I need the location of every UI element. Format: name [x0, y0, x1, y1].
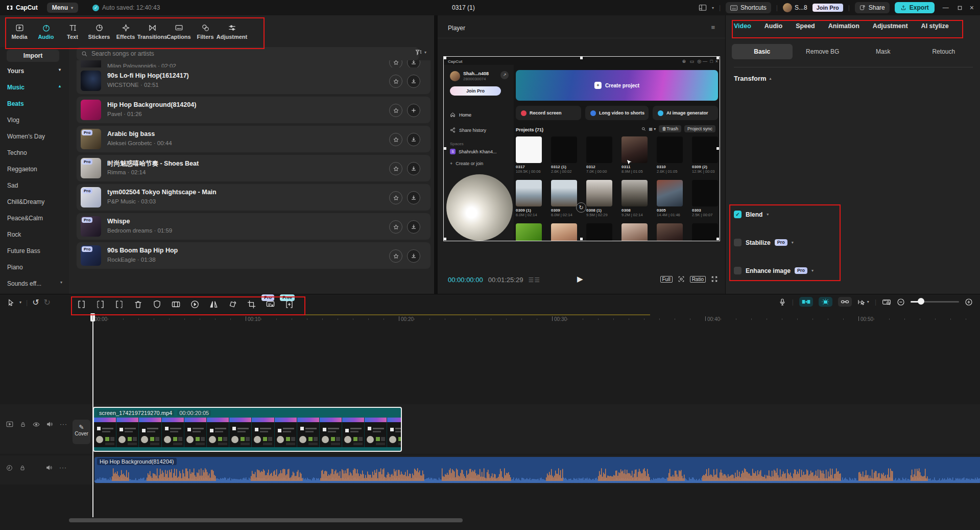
- project-thumbnail[interactable]: [622, 180, 648, 206]
- selection-handle[interactable]: [716, 147, 719, 150]
- project-thumbnail[interactable]: [551, 180, 577, 206]
- export-button[interactable]: Export: [895, 2, 935, 13]
- project-thumbnail[interactable]: [516, 136, 542, 163]
- project-thumbnail[interactable]: [516, 223, 542, 241]
- video-mute-icon[interactable]: [46, 421, 53, 427]
- close-button[interactable]: ×: [968, 4, 976, 12]
- mini-project-item[interactable]: 0309 (2)12.9K | 00:03: [692, 136, 718, 174]
- full-button[interactable]: Full: [660, 276, 673, 283]
- project-thumbnail[interactable]: [551, 136, 577, 163]
- mini-project-item[interactable]: [586, 223, 612, 241]
- mini-project-item[interactable]: 03102.6K | 01:05: [657, 136, 683, 174]
- enhance-expand-icon[interactable]: ▾: [811, 268, 814, 273]
- maximize-button[interactable]: [957, 5, 963, 11]
- mini-space-item[interactable]: S Shahrukh Khan4...: [450, 149, 497, 154]
- selection-handle[interactable]: [716, 57, 719, 59]
- favorite-star-icon[interactable]: [389, 133, 402, 146]
- mini-project-item[interactable]: 0309 (1)6.0M | 02:14: [516, 180, 542, 217]
- video-lock-icon[interactable]: [20, 421, 26, 428]
- avatar[interactable]: [783, 3, 792, 12]
- mini-project-item[interactable]: 0308 (1)9.5M | 02:29: [586, 180, 612, 217]
- music-list-item[interactable]: Pro时尚魅惑嘻哈节奏 - Shoes BeatRimma · 02:14: [77, 155, 431, 181]
- inspector-tab-adjustment[interactable]: Adjustment: [873, 22, 908, 30]
- media-tab-audio[interactable]: Audio: [33, 24, 59, 40]
- mini-project-item[interactable]: 03089.2M | 02:14: [622, 180, 648, 217]
- timeline-ruler[interactable]: 00:0000:1000:2000:3000:4000:50: [0, 314, 980, 327]
- mini-project-item[interactable]: [551, 223, 577, 241]
- selection-handle[interactable]: [716, 238, 719, 240]
- timecode-list-icon[interactable]: ☰☰: [528, 276, 540, 284]
- inspector-subtab-mask[interactable]: Mask: [853, 44, 914, 59]
- project-thumbnail[interactable]: [586, 136, 612, 163]
- music-list-item[interactable]: ProWhispeBedroom dreams · 01:59: [77, 213, 431, 240]
- mini-share-history-item[interactable]: Share history: [450, 127, 486, 133]
- music-list-item[interactable]: ProArabic big bassAleksei Gorobetc · 00:…: [77, 126, 431, 152]
- download-icon[interactable]: [407, 220, 420, 234]
- snapshot-button[interactable]: [678, 275, 685, 283]
- crop-tool[interactable]: [246, 297, 257, 311]
- play-button[interactable]: ▶: [577, 274, 583, 284]
- filter-control[interactable]: ▾: [415, 49, 426, 56]
- transform-section-header[interactable]: Transform ▴: [734, 75, 772, 82]
- selection-handle[interactable]: [444, 238, 446, 240]
- enhance-checkbox[interactable]: [734, 267, 742, 274]
- join-pro-button[interactable]: Join Pro: [812, 4, 843, 12]
- audio-track-more-icon[interactable]: ···: [59, 464, 67, 471]
- link-clips-toggle[interactable]: [838, 297, 852, 307]
- minimize-button[interactable]: —: [940, 4, 952, 11]
- magnetic-snap-toggle[interactable]: [819, 297, 832, 307]
- inspector-subtab-basic[interactable]: Basic: [732, 44, 793, 59]
- download-icon[interactable]: [407, 191, 420, 204]
- preview-viewport[interactable]: CapCut ⊕ ▭ ◎ — □ × Shah...n408 280003007…: [443, 56, 720, 241]
- timeline-zoom-handle[interactable]: [918, 298, 924, 305]
- mini-trash-button[interactable]: 🗑Trash: [659, 125, 681, 132]
- mini-create-join-item[interactable]: + Create or join: [450, 161, 483, 166]
- mini-join-pro-button[interactable]: Join Pro: [450, 86, 501, 96]
- inspector-tab-video[interactable]: Video: [734, 22, 751, 30]
- menu-button[interactable]: Menu▾: [47, 3, 78, 13]
- project-thumbnail[interactable]: [692, 136, 718, 163]
- mask-tool[interactable]: [151, 297, 162, 311]
- mini-long-video-button[interactable]: Long video to shorts: [585, 106, 649, 120]
- media-tab-media[interactable]: Media: [6, 24, 33, 40]
- download-icon[interactable]: [407, 133, 420, 146]
- project-thumbnail[interactable]: [586, 223, 612, 241]
- enhance-section[interactable]: Enhance image Pro ▾: [734, 267, 814, 274]
- blend-section[interactable]: ✓ Blend ▾: [734, 211, 769, 218]
- mini-project-item[interactable]: [657, 223, 683, 241]
- layout-chevron-icon[interactable]: ▾: [712, 6, 714, 10]
- project-thumbnail[interactable]: [551, 223, 577, 241]
- mini-project-item[interactable]: 03096.0M | 02:14: [551, 180, 577, 217]
- mini-project-item[interactable]: 0317109.5K | 00:06: [516, 136, 542, 174]
- search-bar[interactable]: Search songs or artists: [77, 47, 419, 60]
- mini-project-item[interactable]: 0312 (1)2.6K | 00:02: [551, 136, 577, 174]
- fullscreen-button[interactable]: [711, 275, 718, 283]
- inspector-tab-animation[interactable]: Animation: [828, 22, 859, 30]
- blend-checkbox[interactable]: ✓: [734, 211, 742, 218]
- mini-view-toggle-icon[interactable]: ▦ ▾: [649, 127, 656, 131]
- project-thumbnail[interactable]: [516, 180, 542, 206]
- music-list-item[interactable]: Protym002504 Tokyo Nightscape - MainP&P …: [77, 184, 431, 211]
- music-list-item[interactable]: Pro90s Boom Bap Hip HopRockEagle · 01:38: [77, 242, 431, 269]
- media-tab-adjustment[interactable]: Adjustment: [219, 24, 245, 40]
- favorite-star-icon[interactable]: [389, 191, 402, 204]
- ratio-button[interactable]: Ratio: [690, 276, 706, 283]
- project-thumbnail[interactable]: [657, 136, 683, 163]
- mini-project-item[interactable]: [622, 223, 648, 241]
- stabilize-section[interactable]: Stabilize Pro ▾: [734, 239, 794, 246]
- project-thumbnail[interactable]: [622, 223, 648, 241]
- stabilize-checkbox[interactable]: [734, 239, 742, 246]
- favorite-star-icon[interactable]: [389, 75, 402, 88]
- music-list-item[interactable]: 90s Lo-fi Hip Hop(1612417)WICSTONE · 02:…: [77, 67, 431, 94]
- project-thumbnail[interactable]: [692, 223, 718, 241]
- favorite-star-icon[interactable]: [389, 104, 402, 117]
- inspector-tab-ai-stylize[interactable]: AI stylize: [921, 22, 949, 30]
- inspector-tab-audio[interactable]: Audio: [764, 22, 782, 30]
- selection-handle[interactable]: [444, 57, 446, 59]
- split-left-tool[interactable]: [94, 297, 106, 311]
- inspector-subtab-retouch[interactable]: Retouch: [914, 44, 974, 59]
- select-tool-chevron-icon[interactable]: ▾: [19, 300, 21, 305]
- refresh-spinner-icon[interactable]: ↻: [576, 202, 586, 213]
- share-button[interactable]: Share: [855, 2, 890, 13]
- stabilize-expand-icon[interactable]: ▾: [792, 240, 794, 245]
